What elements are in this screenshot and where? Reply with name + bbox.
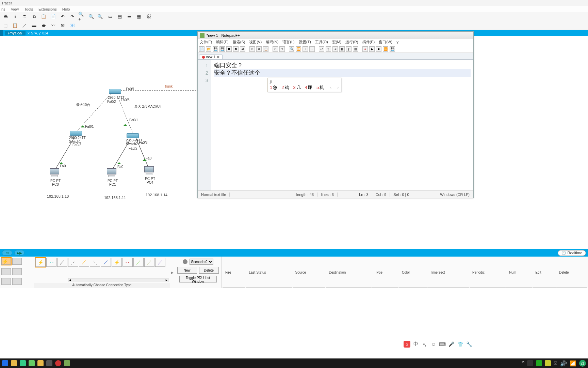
scenario-delete-button[interactable]: Delete [199, 267, 219, 274]
conn-phone[interactable]: ⋱ [90, 258, 100, 267]
task-pt[interactable] [64, 360, 70, 366]
physical-tab[interactable]: Physical [5, 31, 26, 35]
pc4[interactable] [144, 166, 154, 176]
activity-icon[interactable]: ⚗ [21, 13, 28, 20]
npp-fold-icon[interactable]: ▦ [339, 46, 345, 52]
switch-main[interactable] [109, 89, 121, 94]
ime-cand-5[interactable]: 5机 [316, 85, 324, 91]
pdu-h-num[interactable]: Num [506, 257, 532, 288]
npp-map-icon[interactable]: ▤ [353, 46, 358, 52]
switch1[interactable] [70, 131, 82, 136]
ime-popup[interactable]: ji 1急 2鸡 3几 4即 5机 ‹ › [267, 78, 341, 92]
zoomreset-icon[interactable]: 🔍 [88, 13, 95, 20]
complex-pdu-icon[interactable]: 📧 [69, 22, 76, 29]
task-camtasia[interactable] [46, 360, 52, 366]
npp-tab-new1[interactable]: new 1 ✖ [199, 55, 223, 59]
ime-punct-icon[interactable]: •, [421, 341, 428, 348]
npp-zoomout2-icon[interactable]: - [309, 46, 315, 52]
rect-icon[interactable]: ▬ [31, 22, 37, 29]
npp-menu-help[interactable]: ? [396, 40, 398, 44]
ime-skin-icon[interactable]: 👕 [457, 341, 463, 348]
power-cycle-button[interactable]: ⟲ [2, 250, 12, 256]
npp-menu-lang[interactable]: 语言(L) [282, 40, 294, 45]
pt-menubar[interactable]: ns View Tools Extensions Help [0, 6, 588, 12]
task-chrome[interactable] [20, 360, 26, 366]
cat-switches[interactable] [12, 258, 22, 265]
ime-cand-1[interactable]: 1急 [270, 85, 277, 91]
tray-date-badge[interactable]: 21 [579, 360, 586, 367]
cat-hubs[interactable] [1, 268, 11, 275]
tray-wifi-icon[interactable]: 📶 [570, 360, 576, 367]
ime-next-icon[interactable]: › [338, 86, 339, 90]
task-app1[interactable] [29, 360, 35, 366]
npp-copy-icon[interactable]: ⧉ [256, 46, 262, 52]
tray-wechat-icon[interactable] [536, 360, 542, 366]
npp-indent-icon[interactable]: ⇥ [332, 46, 338, 52]
npp-close-icon[interactable]: ✖ [226, 46, 232, 52]
info-icon[interactable]: ℹ [12, 13, 18, 20]
paste-icon[interactable]: 📋 [40, 13, 47, 20]
conn-coax[interactable]: ／ [101, 258, 111, 267]
drawpoly-icon[interactable]: ▤ [116, 13, 123, 20]
npp-menu-settings[interactable]: 设置(T) [299, 40, 311, 45]
ime-keyboard-icon[interactable]: ⌨ [439, 341, 446, 348]
conn-auto[interactable]: ⚡ [35, 258, 46, 267]
pdu-h-time[interactable]: Time(sec) [427, 257, 469, 288]
ime-face-icon[interactable]: ☺ [430, 341, 437, 348]
conn-cross[interactable]: ⋰ [68, 258, 78, 267]
simple-pdu-icon[interactable]: ✉ [59, 22, 66, 29]
npp-replace-icon[interactable]: 🔁 [296, 46, 301, 52]
select-icon[interactable]: ⬚ [2, 22, 9, 29]
undo-icon[interactable]: ↶ [59, 13, 66, 20]
zoomout-icon[interactable]: 🔍- [97, 13, 104, 20]
npp-print-icon[interactable]: 🖶 [240, 46, 245, 52]
npp-zoomin2-icon[interactable]: + [303, 46, 308, 52]
palette-scrollbar[interactable] [68, 278, 168, 282]
toggle-pdu-button[interactable]: Toggle PDU List Window [179, 276, 217, 282]
connection-palette[interactable]: ⚡ 〰 ／ ⋰ ／ ⋱ ／ ⚡ 〰 ／ ／ ／ Automatically Ch… [34, 257, 170, 288]
npp-cut-icon[interactable]: ✂ [249, 46, 255, 52]
conn-serial-dce[interactable]: ⚡ [112, 258, 122, 267]
npp-redo-icon[interactable]: ↷ [279, 46, 285, 52]
npp-menu-search[interactable]: 搜索(S) [233, 40, 245, 45]
npp-play-icon[interactable]: ▶ [369, 46, 375, 52]
pc0[interactable] [49, 168, 60, 178]
cat-empty2[interactable] [1, 278, 11, 285]
line-icon[interactable]: ／ [21, 22, 28, 29]
ime-prev-icon[interactable]: ‹ [330, 86, 331, 90]
tab-close-icon[interactable]: ✖ [217, 55, 219, 59]
cat-empty1[interactable] [12, 268, 22, 275]
npp-open-icon[interactable]: 📂 [206, 46, 211, 52]
conn-custom[interactable]: ／ [155, 258, 165, 267]
pdu-h-dst[interactable]: Destination [326, 257, 372, 288]
windows-taskbar[interactable]: ^ 囧 🔊 📶 21 [0, 358, 588, 368]
logical-handle[interactable] [0, 30, 3, 36]
ellipse-icon[interactable]: ⬬ [40, 22, 47, 29]
conn-console[interactable]: 〰 [46, 258, 56, 267]
npp-menu-file[interactable]: 文件(F) [200, 40, 212, 45]
copy-icon[interactable]: ⧉ [31, 13, 37, 20]
switch2[interactable] [127, 133, 139, 138]
npp-paste-icon[interactable]: 📋 [263, 46, 268, 52]
menu-ns[interactable]: ns [1, 7, 5, 11]
conn-usb[interactable]: ／ [144, 258, 154, 267]
task-files[interactable] [37, 360, 44, 366]
npp-wrap-icon[interactable]: ↩ [319, 46, 324, 52]
ime-dock[interactable]: S 中 •, ☺ ⌨ 🎤 👕 🔧 [404, 341, 472, 348]
freeform-icon[interactable]: 〰 [50, 22, 56, 29]
tray-yellow-icon[interactable] [545, 360, 551, 366]
npp-saveall-icon[interactable]: 💾 [219, 46, 225, 52]
redo-icon[interactable]: ↷ [69, 13, 76, 20]
pdu-h-edit[interactable]: Edit [533, 257, 555, 288]
print-icon[interactable]: 🖶 [2, 13, 9, 20]
pdu-h-del[interactable]: Delete [556, 257, 587, 288]
device-category-palette[interactable]: ⚡ [0, 257, 34, 288]
ime-cand-4[interactable]: 4即 [305, 85, 312, 91]
npp-new-icon[interactable]: 📄 [199, 46, 205, 52]
pdu-h-type[interactable]: Type [372, 257, 398, 288]
conn-serial-dte[interactable]: 〰 [122, 258, 133, 267]
npp-rec-icon[interactable]: ● [362, 46, 368, 52]
collapse-handle[interactable]: ▸ [170, 257, 174, 288]
npp-menubar[interactable]: 文件(F) 编辑(E) 搜索(S) 视图(V) 编码(N) 语言(L) 设置(T… [198, 39, 473, 45]
npp-stop-icon[interactable]: ■ [376, 46, 381, 52]
